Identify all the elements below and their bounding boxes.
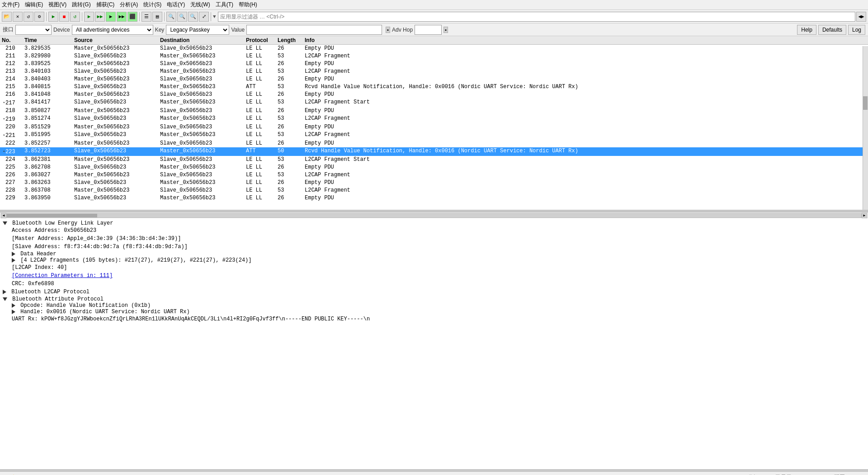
table-row[interactable]: 227 3.863263 Slave_0x50656b23 Master_0x5…	[0, 179, 868, 187]
cell-time: 3.829980	[23, 53, 72, 59]
filter-expand-btn[interactable]: ◀▶	[856, 12, 866, 22]
table-row[interactable]: 210 3.829535 Master_0x50656b23 Slave_0x5…	[0, 45, 868, 52]
data-header-toggle[interactable]: Data Header	[3, 251, 865, 257]
menu-file[interactable]: 文件(F)	[2, 1, 19, 9]
display-filter-input[interactable]	[218, 12, 855, 22]
cell-protocol: LE LL	[244, 91, 276, 98]
cell-destination: Master_0x50656b23	[158, 115, 244, 122]
toolbar-restart[interactable]: ↺	[70, 12, 80, 22]
expand-icon-l2cap-proto	[3, 290, 6, 294]
toolbar-start[interactable]: ▶	[48, 12, 58, 22]
table-row[interactable]: 224 3.862381 Master_0x50656b23 Slave_0x5…	[0, 156, 868, 164]
toolbar-zoom-reset[interactable]: 🔍	[188, 12, 198, 22]
table-row[interactable]: ·219 3.851274 Slave_0x50656b23 Master_0x…	[0, 115, 868, 123]
table-row[interactable]: ·217 3.841417 Slave_0x50656b23 Master_0x…	[0, 99, 868, 107]
toolbar-btn8[interactable]: ▶▶	[117, 12, 127, 22]
table-row[interactable]: ·221 3.851995 Slave_0x50656b23 Master_0x…	[0, 131, 868, 140]
packet-list-scrollbar[interactable]	[863, 46, 868, 210]
table-row[interactable]: ·223 3.852723 Slave_0x50656b23 Master_0x…	[0, 147, 868, 156]
handle-toggle[interactable]: Handle: 0x0016 (Nordic UART Service: Nor…	[3, 309, 865, 315]
cell-length: 53	[276, 187, 303, 193]
device-dropdown[interactable]: All advertising devices	[72, 25, 153, 35]
toolbar-zoom-fit[interactable]: ⤢	[199, 12, 209, 22]
cell-protocol: LE LL	[244, 179, 276, 186]
hscroll-thumb[interactable]	[7, 214, 97, 217]
toolbar-stop[interactable]: ◼	[59, 12, 69, 22]
cell-time: 3.852257	[23, 140, 72, 146]
table-row[interactable]: 220 3.851529 Master_0x50656b23 Slave_0x5…	[0, 123, 868, 131]
cell-no: 218	[0, 108, 23, 114]
log-button[interactable]: Log	[848, 25, 865, 35]
advhop-input[interactable]	[415, 25, 442, 35]
table-row[interactable]: 213 3.840103 Slave_0x50656b23 Master_0x5…	[0, 68, 868, 75]
menu-edit[interactable]: 编辑(E)	[25, 1, 43, 9]
cell-destination: Slave_0x50656b23	[158, 61, 244, 67]
toolbar-reload[interactable]: ↺	[24, 12, 33, 22]
toolbar-open[interactable]: 📂	[2, 12, 12, 22]
advhop-icon2: ▪	[443, 27, 448, 33]
hscroll-left[interactable]: ◀	[1, 213, 6, 218]
table-row[interactable]: 228 3.863708 Master_0x50656b23 Slave_0x5…	[0, 187, 868, 194]
table-row[interactable]: 225 3.862708 Slave_0x50656b23 Master_0x5…	[0, 164, 868, 171]
cell-length: 26	[276, 164, 303, 170]
menu-stats[interactable]: 统计(S)	[143, 1, 161, 9]
table-row[interactable]: 212 3.839525 Master_0x50656b23 Slave_0x5…	[0, 60, 868, 68]
toolbar-view-detail[interactable]: ▤	[152, 12, 162, 22]
menu-capture[interactable]: 捕获(C)	[96, 1, 115, 9]
port-dropdown[interactable]	[15, 25, 52, 35]
table-row[interactable]: 226 3.863027 Master_0x50656b23 Slave_0x5…	[0, 171, 868, 179]
table-row[interactable]: 218 3.850827 Master_0x50656b23 Slave_0x5…	[0, 107, 868, 115]
menu-view[interactable]: 视图(V)	[48, 1, 66, 9]
table-row[interactable]: 229 3.863950 Slave_0x50656b23 Master_0x5…	[0, 194, 868, 202]
opcode-toggle[interactable]: Opcode: Handle Value Notification (0x1b)	[3, 302, 865, 309]
conn-params-link[interactable]: [Connection Parameters in: 111]	[12, 273, 113, 279]
cell-destination: Slave_0x50656b23	[158, 156, 244, 163]
detail-section-att-header[interactable]: Bluetooth Attribute Protocol	[3, 296, 865, 302]
packet-list-scrollbar-thumb[interactable]	[863, 96, 868, 110]
toolbar-settings[interactable]: ⚙	[34, 12, 44, 22]
table-row[interactable]: 216 3.841048 Master_0x50656b23 Slave_0x5…	[0, 91, 868, 99]
hscroll-track[interactable]	[6, 213, 862, 218]
table-row[interactable]: 215 3.840815 Slave_0x50656b23 Master_0x5…	[0, 83, 868, 91]
menu-help[interactable]: 帮助(H)	[239, 1, 257, 9]
toolbar-zoom-in[interactable]: 🔍	[166, 12, 176, 22]
opcode-text: Opcode: Handle Value Notification (0x1b)	[20, 302, 151, 309]
cell-no: ·221	[0, 132, 23, 139]
toolbar-btn6[interactable]: ▶▶	[95, 12, 105, 22]
toolbar-close[interactable]: ✕	[13, 12, 23, 22]
menu-phone[interactable]: 电话(Y)	[167, 1, 185, 9]
toolbar-btn5[interactable]: ▶	[84, 12, 94, 22]
hscroll-right[interactable]: ▶	[862, 213, 867, 218]
table-row[interactable]: 211 3.829980 Slave_0x50656b23 Master_0x5…	[0, 52, 868, 60]
defaults-button[interactable]: Defaults	[818, 25, 846, 35]
cell-source: Master_0x50656b23	[72, 76, 158, 82]
detail-section-att: Bluetooth Attribute Protocol Opcode: Han…	[3, 296, 865, 323]
help-button[interactable]: Help	[797, 25, 816, 35]
detail-section-ble-ll-header[interactable]: Bluetooth Low Energy Link Layer	[3, 220, 865, 226]
toolbar-btn7[interactable]: ▶	[106, 12, 116, 22]
menu-tools[interactable]: 工具(T)	[216, 1, 233, 9]
key-dropdown[interactable]: Legacy Passkey	[166, 25, 229, 35]
cell-time: 3.829535	[23, 45, 72, 52]
packet-list-body[interactable]: 210 3.829535 Master_0x50656b23 Slave_0x5…	[0, 45, 868, 208]
cell-no: 210	[0, 45, 23, 52]
toolbar-zoom-out[interactable]: 🔍	[177, 12, 187, 22]
toolbar-btn9[interactable]: ⬛	[127, 12, 137, 22]
pane-divider-2[interactable]	[0, 470, 868, 471]
menu-wireless[interactable]: 无线(W)	[190, 1, 210, 9]
menu-analyze[interactable]: 分析(A)	[120, 1, 138, 9]
toolbar-view-list[interactable]: ☰	[142, 12, 151, 22]
cell-no: 220	[0, 124, 23, 130]
cell-protocol: LE LL	[244, 187, 276, 193]
table-row[interactable]: 214 3.840403 Master_0x50656b23 Slave_0x5…	[0, 75, 868, 83]
table-row[interactable]: 222 3.852257 Master_0x50656b23 Slave_0x5…	[0, 140, 868, 147]
detail-section-l2cap-header[interactable]: Bluetooth L2CAP Protocol	[3, 289, 865, 295]
cell-no: 215	[0, 84, 23, 90]
cell-length: 53	[276, 84, 303, 90]
horizontal-scrollbar[interactable]: ◀ ▶	[0, 212, 868, 218]
l2cap-fragments-toggle[interactable]: [4 L2CAP fragments (105 bytes): #217(27)…	[3, 257, 865, 263]
detail-pane: Bluetooth Low Energy Link Layer Access A…	[0, 218, 868, 470]
cell-info: Empty PDU	[303, 124, 868, 130]
value-input[interactable]	[246, 25, 382, 35]
menu-goto[interactable]: 跳转(G)	[72, 1, 90, 9]
